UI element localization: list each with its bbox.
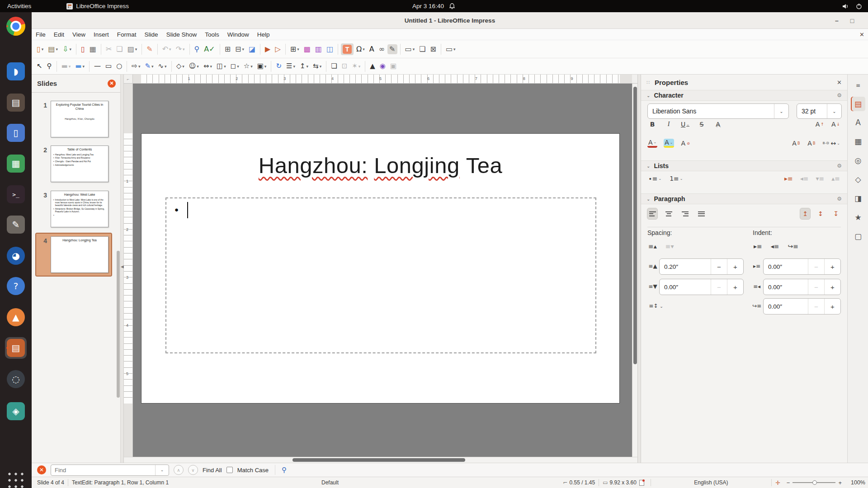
zoom-in-button[interactable]: +	[838, 479, 842, 486]
highlighting-color-button[interactable]: A⌄	[664, 139, 674, 148]
lines-and-arrows-button[interactable]: ⇨▾	[130, 61, 142, 71]
select-button[interactable]: ↖	[35, 61, 44, 71]
indent-before-value[interactable]: 0.00″	[764, 263, 808, 270]
sidebar-settings-icon[interactable]: ≡	[851, 78, 865, 93]
open-file-button[interactable]: ▤▾	[46, 44, 60, 54]
curves-and-polygons-dropdown-icon[interactable]: ▾	[151, 64, 154, 69]
paste-button[interactable]: ▨▾	[126, 44, 139, 54]
slide-style-status[interactable]: Default	[321, 479, 339, 486]
align-top-button[interactable]: ↥	[800, 208, 810, 219]
titlebar[interactable]: Untitled 1 - LibreOffice Impress – □	[32, 12, 868, 29]
character-spacing-dropdown-icon[interactable]: ⌄	[837, 141, 840, 145]
redo-button[interactable]: ↷▾	[174, 44, 187, 54]
gluepoints-button[interactable]: ◉	[378, 61, 387, 71]
ruler-corner[interactable]: ⌐	[124, 75, 133, 84]
horizontal-ruler[interactable]: 123456789	[133, 75, 632, 84]
insert-image-button[interactable]: ▩	[302, 44, 312, 54]
slide-canvas[interactable]: Hangzhou:LongjingTea ●	[133, 84, 632, 457]
decrease-indent-button[interactable]: ◂≡	[770, 241, 780, 252]
vertical-scrollbar[interactable]	[632, 84, 637, 457]
tab-animation[interactable]: ★	[851, 210, 865, 225]
tab-properties[interactable]: ▤	[851, 97, 865, 111]
display-views-dropdown-icon[interactable]: ▾	[242, 47, 244, 52]
lists-settings-gear-icon[interactable]: ⚙	[837, 163, 842, 169]
stars-and-banners-button[interactable]: ☆▾	[242, 61, 255, 71]
duplicate-slide-button[interactable]: ❏	[417, 44, 427, 54]
underline-dropdown-icon[interactable]: ⌄	[686, 122, 689, 127]
strikethrough-button[interactable]: S	[697, 119, 707, 130]
zoom-out-button[interactable]: −	[787, 479, 790, 486]
spacing-below-increase-button[interactable]: +	[727, 279, 743, 295]
italic-button[interactable]: I	[664, 119, 674, 130]
character-settings-gear-icon[interactable]: ⚙	[837, 92, 842, 99]
menu-tools[interactable]: Tools	[201, 29, 223, 40]
menu-slide[interactable]: Slide	[141, 29, 162, 40]
display-grid-button[interactable]: ⊞	[223, 44, 232, 54]
font-color-button[interactable]: A⌄	[647, 139, 657, 148]
arrange-button[interactable]: ↥▾	[298, 61, 310, 71]
focused-app-menu[interactable]: LibreOffice Impress	[66, 3, 129, 9]
insert-fontwork-button[interactable]: A	[368, 44, 376, 54]
vertical-scrollbar-thumb[interactable]	[633, 87, 637, 364]
slide-thumbnail-3[interactable]: 3Hangzhou: West Lake•Introduction to Wes…	[36, 188, 111, 230]
undo-button[interactable]: ↶▾	[160, 44, 173, 54]
font-size-combo[interactable]: 32 pt ⌄	[797, 103, 842, 119]
dock-item-vscode[interactable]: ◗	[5, 61, 27, 82]
shadow-button[interactable]: ❏	[329, 61, 339, 71]
zoom-level-value[interactable]: 100%	[845, 479, 865, 486]
insert-line-button[interactable]: —	[92, 61, 103, 71]
rotate-button[interactable]: ↻	[274, 61, 283, 71]
insert-special-character-dropdown-icon[interactable]: ▾	[363, 47, 365, 52]
block-arrows-dropdown-icon[interactable]: ▾	[210, 64, 212, 69]
tab-master-slides[interactable]: ▢	[851, 229, 865, 244]
spacing-below-decrease-button[interactable]: −	[711, 279, 727, 295]
font-name-dropdown-icon[interactable]: ⌄	[774, 104, 788, 118]
tab-navigator[interactable]: ◎	[851, 153, 865, 168]
indent-first-line-field[interactable]: 0.00″ − +	[763, 298, 841, 314]
find-replace-button[interactable]: ⚲	[193, 44, 202, 54]
align-justify-button[interactable]	[696, 208, 706, 219]
spacing-above-field[interactable]: 0.20″ − +	[659, 258, 744, 275]
increase-indent-button[interactable]: ▸≡	[753, 241, 763, 252]
find-input[interactable]	[51, 467, 155, 474]
indent-after-increase-button[interactable]: +	[824, 279, 840, 295]
curves-and-polygons-button[interactable]: ✎▾	[143, 61, 155, 71]
align-right-button[interactable]	[680, 208, 690, 219]
paragraph-section-header[interactable]: ⌄ Paragraph ⚙	[641, 193, 847, 204]
align-objects-dropdown-icon[interactable]: ▾	[293, 64, 295, 69]
spacing-below-value[interactable]: 0.00″	[660, 284, 711, 291]
find-history-dropdown-icon[interactable]: ⌄	[155, 465, 169, 475]
show-draw-functions-button[interactable]: ✎	[387, 44, 397, 54]
align-left-button[interactable]	[647, 208, 657, 219]
find-next-button[interactable]: ∨	[188, 465, 198, 475]
fill-color-dropdown-icon[interactable]: ▾	[82, 64, 85, 69]
callout-shapes-button[interactable]: ◻▾	[229, 61, 241, 71]
slide-layout-button[interactable]: ▭▾	[444, 44, 458, 54]
font-color-dropdown-icon[interactable]: ⌄	[654, 141, 657, 144]
subscript-button[interactable]: A	[807, 138, 816, 149]
dock-item-terminal[interactable]: >_	[5, 183, 27, 205]
demote-button[interactable]: ▸≡	[783, 173, 794, 184]
indent-first-line-value[interactable]: 0.00″	[764, 303, 808, 310]
move-up-button[interactable]: ▴≡	[830, 173, 841, 184]
ordered-list-button[interactable]: 1≡⌄	[669, 173, 684, 184]
bold-button[interactable]: B	[647, 119, 657, 130]
align-objects-button[interactable]: ☰▾	[284, 61, 297, 71]
text-shadow-button[interactable]: A	[713, 119, 723, 130]
maximize-button[interactable]: □	[847, 16, 857, 26]
vertical-ruler[interactable]: 12345	[124, 84, 133, 457]
new-presentation-button[interactable]: ▯▾	[35, 44, 45, 54]
insert-chart-button[interactable]: ◫	[325, 44, 335, 54]
start-from-first-slide-button[interactable]: ▶	[263, 44, 272, 54]
open-file-dropdown-icon[interactable]: ▾	[56, 47, 58, 52]
slide-title-text[interactable]: Hangzhou:LongjingTea	[142, 153, 619, 178]
ordered-list-dropdown-icon[interactable]: ⌄	[680, 177, 683, 181]
insert-textbox-button[interactable]: T	[341, 43, 354, 55]
undo-dropdown-icon[interactable]: ▾	[169, 47, 171, 52]
distribute-button[interactable]: ⇆▾	[311, 61, 323, 71]
properties-close-icon[interactable]: ✕	[837, 79, 842, 86]
document-modified-icon[interactable]	[639, 480, 644, 486]
decrease-paragraph-spacing-button[interactable]: ≡▾	[665, 241, 675, 252]
lines-and-arrows-dropdown-icon[interactable]: ▾	[138, 64, 141, 69]
spacing-below-field[interactable]: 0.00″ − +	[659, 279, 744, 295]
